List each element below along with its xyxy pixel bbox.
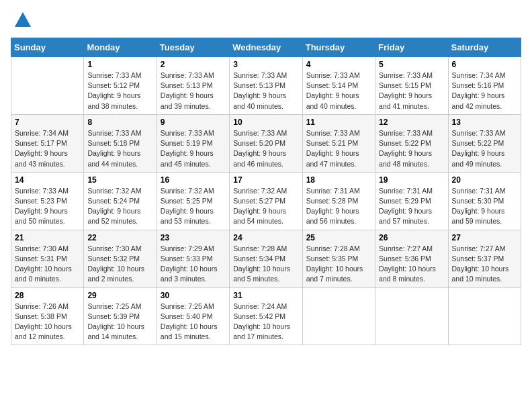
day-number: 8 [87, 118, 152, 127]
calendar-table: SundayMondayTuesdayWednesdayThursdayFrid… [11, 38, 521, 345]
day-info: Sunrise: 7:29 AMSunset: 5:33 PMDaylight:… [161, 244, 226, 285]
calendar-cell: 20 Sunrise: 7:31 AMSunset: 5:30 PMDaylig… [448, 172, 521, 230]
day-info: Sunrise: 7:33 AMSunset: 5:12 PMDaylight:… [87, 71, 152, 111]
calendar-cell [375, 287, 448, 345]
calendar-cell: 23 Sunrise: 7:29 AMSunset: 5:33 PMDaylig… [157, 230, 229, 287]
day-info: Sunrise: 7:25 AMSunset: 5:39 PMDaylight:… [87, 302, 152, 342]
calendar-cell: 21 Sunrise: 7:30 AMSunset: 5:31 PMDaylig… [11, 230, 84, 287]
calendar-cell: 3 Sunrise: 7:33 AMSunset: 5:13 PMDayligh… [230, 57, 302, 115]
day-number: 4 [306, 60, 371, 69]
calendar-cell: 2 Sunrise: 7:33 AMSunset: 5:13 PMDayligh… [157, 57, 229, 115]
calendar-cell: 31 Sunrise: 7:24 AMSunset: 5:42 PMDaylig… [230, 287, 302, 345]
calendar-week-row: 1 Sunrise: 7:33 AMSunset: 5:12 PMDayligh… [11, 57, 521, 115]
day-number: 27 [452, 233, 517, 242]
weekday-header: Monday [84, 38, 157, 57]
logo-icon [13, 11, 32, 30]
calendar-cell: 18 Sunrise: 7:31 AMSunset: 5:28 PMDaylig… [302, 172, 375, 230]
day-number: 22 [87, 233, 152, 242]
weekday-header: Wednesday [230, 38, 302, 57]
day-number: 19 [379, 175, 444, 185]
calendar-cell: 6 Sunrise: 7:34 AMSunset: 5:16 PMDayligh… [448, 57, 521, 115]
day-number: 10 [233, 118, 298, 127]
day-number: 20 [452, 175, 517, 185]
calendar-cell: 13 Sunrise: 7:33 AMSunset: 5:22 PMDaylig… [448, 114, 521, 172]
day-info: Sunrise: 7:33 AMSunset: 5:23 PMDaylight:… [15, 186, 80, 227]
day-info: Sunrise: 7:31 AMSunset: 5:29 PMDaylight:… [379, 186, 444, 227]
day-number: 29 [87, 291, 152, 300]
day-info: Sunrise: 7:25 AMSunset: 5:40 PMDaylight:… [161, 302, 226, 342]
day-number: 21 [15, 233, 80, 242]
day-info: Sunrise: 7:33 AMSunset: 5:22 PMDaylight:… [379, 128, 444, 169]
calendar-cell: 12 Sunrise: 7:33 AMSunset: 5:22 PMDaylig… [375, 114, 448, 172]
day-number: 28 [15, 291, 80, 300]
day-info: Sunrise: 7:34 AMSunset: 5:17 PMDaylight:… [15, 128, 80, 169]
weekday-header: Thursday [302, 38, 375, 57]
weekday-header: Friday [375, 38, 448, 57]
calendar-cell: 29 Sunrise: 7:25 AMSunset: 5:39 PMDaylig… [84, 287, 157, 345]
day-number: 15 [87, 175, 152, 185]
calendar-cell [302, 287, 375, 345]
page-header [11, 11, 521, 30]
calendar-cell: 1 Sunrise: 7:33 AMSunset: 5:12 PMDayligh… [84, 57, 157, 115]
day-info: Sunrise: 7:33 AMSunset: 5:13 PMDaylight:… [233, 71, 298, 111]
calendar-week-row: 28 Sunrise: 7:26 AMSunset: 5:38 PMDaylig… [11, 287, 521, 345]
day-number: 12 [379, 118, 444, 127]
day-number: 26 [379, 233, 444, 242]
day-info: Sunrise: 7:24 AMSunset: 5:42 PMDaylight:… [233, 302, 298, 342]
svg-marker-0 [15, 12, 31, 27]
day-info: Sunrise: 7:33 AMSunset: 5:21 PMDaylight:… [306, 128, 371, 169]
day-number: 14 [15, 175, 80, 185]
calendar-cell: 22 Sunrise: 7:30 AMSunset: 5:32 PMDaylig… [84, 230, 157, 287]
day-number: 1 [87, 60, 152, 69]
calendar-cell: 9 Sunrise: 7:33 AMSunset: 5:19 PMDayligh… [157, 114, 229, 172]
calendar-cell: 16 Sunrise: 7:32 AMSunset: 5:25 PMDaylig… [157, 172, 229, 230]
day-info: Sunrise: 7:33 AMSunset: 5:22 PMDaylight:… [452, 128, 517, 169]
calendar-cell: 24 Sunrise: 7:28 AMSunset: 5:34 PMDaylig… [230, 230, 302, 287]
day-info: Sunrise: 7:28 AMSunset: 5:34 PMDaylight:… [233, 244, 298, 285]
day-number: 16 [161, 175, 226, 185]
day-info: Sunrise: 7:31 AMSunset: 5:30 PMDaylight:… [452, 186, 517, 227]
calendar-cell: 10 Sunrise: 7:33 AMSunset: 5:20 PMDaylig… [230, 114, 302, 172]
day-info: Sunrise: 7:28 AMSunset: 5:35 PMDaylight:… [306, 244, 371, 285]
day-info: Sunrise: 7:33 AMSunset: 5:18 PMDaylight:… [87, 128, 152, 169]
weekday-header-row: SundayMondayTuesdayWednesdayThursdayFrid… [11, 38, 521, 57]
calendar-cell: 5 Sunrise: 7:33 AMSunset: 5:15 PMDayligh… [375, 57, 448, 115]
day-info: Sunrise: 7:33 AMSunset: 5:14 PMDaylight:… [306, 71, 371, 111]
weekday-header: Sunday [11, 38, 84, 57]
day-info: Sunrise: 7:33 AMSunset: 5:19 PMDaylight:… [161, 128, 226, 169]
day-number: 31 [233, 291, 298, 300]
logo [11, 11, 32, 30]
calendar-cell: 7 Sunrise: 7:34 AMSunset: 5:17 PMDayligh… [11, 114, 84, 172]
day-number: 7 [15, 118, 80, 127]
calendar-cell: 17 Sunrise: 7:32 AMSunset: 5:27 PMDaylig… [230, 172, 302, 230]
weekday-header: Tuesday [157, 38, 229, 57]
day-info: Sunrise: 7:34 AMSunset: 5:16 PMDaylight:… [452, 71, 517, 111]
day-info: Sunrise: 7:26 AMSunset: 5:38 PMDaylight:… [15, 302, 80, 342]
calendar-cell: 27 Sunrise: 7:27 AMSunset: 5:37 PMDaylig… [448, 230, 521, 287]
day-info: Sunrise: 7:30 AMSunset: 5:31 PMDaylight:… [15, 244, 80, 285]
calendar-cell [448, 287, 521, 345]
day-number: 18 [306, 175, 371, 185]
calendar-week-row: 14 Sunrise: 7:33 AMSunset: 5:23 PMDaylig… [11, 172, 521, 230]
day-number: 2 [161, 60, 226, 69]
calendar-cell: 28 Sunrise: 7:26 AMSunset: 5:38 PMDaylig… [11, 287, 84, 345]
day-number: 6 [452, 60, 517, 69]
weekday-header: Saturday [448, 38, 521, 57]
day-number: 30 [161, 291, 226, 300]
calendar-cell: 14 Sunrise: 7:33 AMSunset: 5:23 PMDaylig… [11, 172, 84, 230]
day-number: 24 [233, 233, 298, 242]
calendar-cell: 25 Sunrise: 7:28 AMSunset: 5:35 PMDaylig… [302, 230, 375, 287]
day-number: 5 [379, 60, 444, 69]
calendar-cell: 4 Sunrise: 7:33 AMSunset: 5:14 PMDayligh… [302, 57, 375, 115]
day-number: 9 [161, 118, 226, 127]
day-info: Sunrise: 7:27 AMSunset: 5:37 PMDaylight:… [452, 244, 517, 285]
calendar-cell: 11 Sunrise: 7:33 AMSunset: 5:21 PMDaylig… [302, 114, 375, 172]
day-number: 17 [233, 175, 298, 185]
calendar-cell: 19 Sunrise: 7:31 AMSunset: 5:29 PMDaylig… [375, 172, 448, 230]
calendar-week-row: 21 Sunrise: 7:30 AMSunset: 5:31 PMDaylig… [11, 230, 521, 287]
calendar-cell: 26 Sunrise: 7:27 AMSunset: 5:36 PMDaylig… [375, 230, 448, 287]
day-number: 25 [306, 233, 371, 242]
day-number: 23 [161, 233, 226, 242]
day-info: Sunrise: 7:32 AMSunset: 5:25 PMDaylight:… [161, 186, 226, 227]
day-number: 13 [452, 118, 517, 127]
